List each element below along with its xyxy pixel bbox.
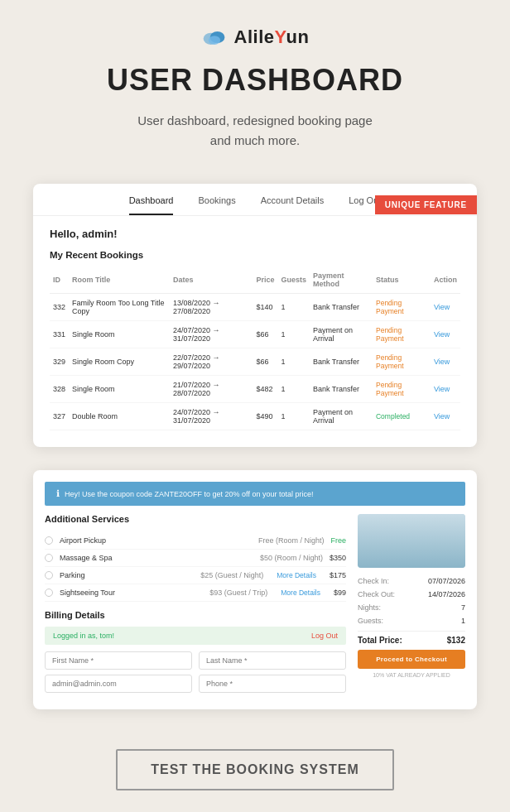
logo-area: AlileYun (17, 26, 493, 48)
cell-status: Pending Payment (373, 321, 431, 348)
cell-action[interactable]: View (431, 321, 460, 348)
cell-id: 328 (50, 376, 69, 403)
nights-row: Nights: 7 (358, 601, 465, 614)
cell-status: Completed (373, 403, 431, 430)
services-list: Airport Pickup Free (Room / Night) Free … (45, 532, 346, 602)
service-item: Sightseeing Tour $93 (Guest / Trip) More… (45, 584, 346, 602)
cell-room: Double Room (69, 403, 170, 430)
check-in-label: Check In: (358, 577, 389, 585)
cell-payment: Payment on Arrival (310, 403, 373, 430)
logged-in-text: Logged in as, tom! (53, 632, 114, 640)
col-status: Status (373, 268, 431, 294)
page-subtitle: User dashboard, redesigned booking page … (17, 111, 493, 151)
cell-payment: Payment on Arrival (310, 321, 373, 348)
cell-price: $140 (253, 294, 277, 321)
email-field[interactable] (45, 675, 192, 693)
nav-account-details[interactable]: Account Details (261, 195, 324, 215)
service-price-label: Free (Room / Night) (258, 536, 325, 545)
total-label: Total Price: (358, 636, 402, 645)
cell-payment: Bank Transfer (310, 376, 373, 403)
service-checkbox[interactable] (45, 536, 53, 545)
cell-status: Pending Payment (373, 348, 431, 376)
logo-text: AlileYun (234, 26, 310, 48)
cell-room: Family Room Too Long Title Copy (69, 294, 170, 321)
check-out-label: Check Out: (358, 590, 395, 598)
col-price: Price (253, 268, 277, 294)
cell-action[interactable]: View (431, 294, 460, 321)
service-price-label: $50 (Room / Night) (260, 554, 323, 562)
greeting-text: Hello, admin! (50, 228, 460, 240)
col-guests: Guests (277, 268, 310, 294)
cell-price: $66 (253, 348, 277, 376)
cell-room: Single Room (69, 376, 170, 403)
service-name: Sightseeing Tour (60, 589, 200, 597)
guests-row: Guests: 1 (358, 614, 465, 627)
cell-payment: Bank Transfer (310, 348, 373, 376)
nav-dashboard[interactable]: Dashboard (129, 195, 174, 215)
cell-guests: 1 (277, 403, 310, 430)
cell-dates: 24/07/2020 → 31/07/2020 (170, 403, 253, 430)
total-price-row: Total Price: $132 (358, 631, 465, 650)
cell-price: $490 (253, 403, 277, 430)
table-row: 328 Single Room 21/07/2020 → 28/07/2020 … (50, 376, 460, 403)
cell-room: Single Room (69, 321, 170, 348)
cell-id: 327 (50, 403, 69, 430)
service-item: Parking $25 (Guest / Night) More Details… (45, 567, 346, 584)
col-room: Room Title (69, 268, 170, 294)
cell-action[interactable]: View (431, 348, 460, 376)
service-price-label: $25 (Guest / Night) (200, 571, 263, 579)
room-image: Single Room Copy (358, 514, 465, 568)
logout-link[interactable]: Log Out (311, 632, 338, 640)
cell-price: $482 (253, 376, 277, 403)
service-checkbox[interactable] (45, 571, 53, 579)
services-title: Additional Services (45, 514, 346, 524)
cell-action[interactable]: View (431, 376, 460, 403)
page-header: AlileYun USER DASHBOARD User dashboard, … (0, 0, 510, 184)
cell-guests: 1 (277, 348, 310, 376)
cell-dates: 21/07/2020 → 28/07/2020 (170, 376, 253, 403)
cell-status: Pending Payment (373, 294, 431, 321)
cell-action[interactable]: View (431, 403, 460, 430)
service-amount: Free (330, 536, 346, 545)
service-details-link[interactable]: More Details (277, 571, 316, 579)
coupon-text: Hey! Use the coupon code ZANTE20OFF to g… (65, 490, 314, 498)
room-image-bg (358, 514, 465, 568)
cell-status: Pending Payment (373, 376, 431, 403)
guests-label: Guests: (358, 617, 383, 625)
service-item: Airport Pickup Free (Room / Night) Free (45, 532, 346, 550)
cell-guests: 1 (277, 321, 310, 348)
phone-field[interactable] (199, 675, 346, 693)
test-booking-button[interactable]: TEST THE BOOKING SYSTEM (116, 749, 393, 790)
service-checkbox[interactable] (45, 554, 53, 562)
checkout-button[interactable]: Proceed to Checkout (358, 650, 465, 669)
cloud-icon (201, 28, 228, 46)
cell-payment: Bank Transfer (310, 294, 373, 321)
col-dates: Dates (170, 268, 253, 294)
service-details-link[interactable]: More Details (281, 589, 320, 597)
info-icon: ℹ (56, 488, 60, 499)
col-action: Action (431, 268, 460, 294)
booking-body: Additional Services Airport Pickup Free … (33, 514, 477, 709)
service-name: Parking (60, 571, 190, 579)
bookings-section-title: My Recent Bookings (50, 250, 460, 260)
nights-label: Nights: (358, 603, 381, 612)
nav-bookings[interactable]: Bookings (198, 195, 235, 215)
last-name-field[interactable] (199, 651, 346, 670)
check-out-value: 14/07/2026 (428, 590, 465, 598)
first-name-field[interactable] (45, 651, 192, 670)
col-id: ID (50, 268, 69, 294)
service-name: Airport Pickup (60, 536, 248, 545)
service-checkbox[interactable] (45, 589, 53, 597)
page-title: USER DASHBOARD (17, 63, 493, 98)
cell-dates: 24/07/2020 → 31/07/2020 (170, 321, 253, 348)
billing-title: Billing Details (45, 610, 346, 620)
cell-dates: 22/07/2020 → 29/07/2020 (170, 348, 253, 376)
check-in-row: Check In: 07/07/2026 (358, 574, 465, 588)
col-payment: Payment Method (310, 268, 373, 294)
service-amount: $175 (330, 571, 346, 579)
service-name: Massage & Spa (60, 554, 250, 562)
coupon-bar: ℹ Hey! Use the coupon code ZANTE20OFF to… (45, 482, 465, 506)
cell-id: 332 (50, 294, 69, 321)
cell-guests: 1 (277, 294, 310, 321)
vat-note: 10% VAT ALREADY APPLIED (358, 672, 465, 678)
